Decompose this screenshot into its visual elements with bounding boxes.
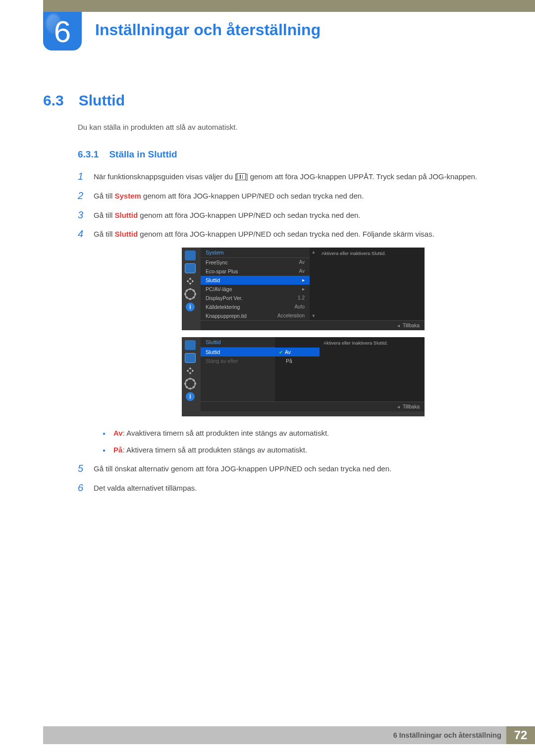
subsection-title: Ställa in Sluttid [109, 149, 177, 159]
osd-menu-header: Sluttid [201, 337, 275, 348]
osd-help-text: Aktivera eller inaktivera Sluttid. [318, 248, 425, 320]
monitor-icon [185, 251, 196, 260]
bullet-dot-icon: ● [103, 430, 106, 439]
page-number: 72 [506, 726, 535, 744]
step-number: 4 [78, 228, 85, 240]
picture-icon [185, 263, 196, 273]
bullet-text: På: Aktivera timern så att produkten stä… [113, 444, 307, 456]
osd-screenshot-1: i System FreeSyncAv Eco-spar PlusAv Slut… [182, 248, 495, 416]
step-item: 4 Gå till Sluttid genom att föra JOG-kna… [78, 228, 495, 241]
osd-row-selected: Sluttid▸ [201, 276, 310, 285]
menu-icon [237, 173, 246, 180]
osd-row: DisplayPort Ver.1.2 [201, 294, 310, 302]
section-title: Sluttid [79, 92, 125, 109]
bullet-text: Av: Avaktivera timern så att produkten i… [113, 427, 329, 439]
step-number: 6 [78, 482, 85, 494]
osd-option: På [275, 356, 320, 365]
osd-row-selected: Sluttid [201, 348, 275, 356]
step-text: Gå till System genom att föra JOG-knappe… [94, 190, 364, 202]
step-text: Det valda alternativet tillämpas. [94, 482, 197, 495]
info-icon: i [185, 302, 196, 312]
picture-icon [185, 353, 196, 363]
osd-footer: ◂Tillbaka [201, 320, 425, 330]
osd-submenu: ✔Av På [275, 337, 320, 402]
osd-sidebar: i [182, 251, 199, 312]
chapter-title: Inställningar och återställning [95, 21, 321, 39]
step-item: 1 När funktionsknappsguiden visas väljer… [78, 171, 495, 183]
nav-arrows-icon [185, 276, 196, 286]
section-intro: Du kan ställa in produkten att slå av au… [78, 123, 495, 131]
step-number: 2 [78, 190, 85, 202]
osd-row: Stäng av efter [201, 356, 275, 365]
step-number: 3 [78, 209, 85, 221]
gear-icon [185, 289, 196, 299]
step-text: Gå till Sluttid genom att föra JOG-knapp… [94, 209, 361, 222]
step-number: 5 [78, 463, 85, 474]
step-item: 5 Gå till önskat alternativ genom att fö… [78, 463, 495, 475]
step-text: Gå till Sluttid genom att föra JOG-knapp… [94, 228, 434, 241]
bullet-item: ● På: Aktivera timern så att produkten s… [103, 444, 495, 456]
info-icon: i [185, 392, 196, 402]
step-item: 2 Gå till System genom att föra JOG-knap… [78, 190, 495, 202]
step-item: 3 Gå till Sluttid genom att föra JOG-kna… [78, 209, 495, 222]
osd-help-text: Aktivera eller inaktivera Sluttid. [320, 337, 425, 402]
gear-icon [185, 379, 196, 389]
section-number: 6.3 [43, 92, 64, 109]
bullet-dot-icon: ● [103, 447, 106, 456]
osd-option-selected: ✔Av [275, 348, 320, 356]
osd-panel: i System FreeSyncAv Eco-spar PlusAv Slut… [182, 248, 425, 330]
osd-panel-2: i Sluttid Sluttid Stäng av efter ✔Av På … [182, 337, 425, 416]
osd-scrollbar: ▲▼ [310, 248, 318, 320]
step-list-cont: 5 Gå till önskat alternativ genom att fö… [78, 463, 495, 495]
bullet-list: ● Av: Avaktivera timern så att produkten… [103, 427, 495, 456]
osd-row: Eco-spar PlusAv [201, 267, 310, 276]
check-icon: ✔ [279, 350, 283, 355]
osd-row: PC/AV-läge▸ [201, 285, 310, 294]
step-number: 1 [78, 171, 85, 182]
osd-row: FreeSyncAv [201, 258, 310, 267]
osd-row: Knappupprepn.tidAcceleration [201, 311, 310, 320]
osd-sidebar: i [182, 340, 199, 402]
page-content: 6.3 Sluttid Du kan ställa in produkten a… [43, 92, 495, 502]
step-text: När funktionsknappsguiden visas väljer d… [94, 171, 477, 183]
bullet-item: ● Av: Avaktivera timern så att produkten… [103, 427, 495, 439]
top-accent-bar [43, 0, 535, 12]
osd-row: KälldetekteringAuto [201, 302, 310, 311]
osd-footer: ◂Tillbaka [201, 402, 425, 411]
monitor-icon [185, 340, 196, 350]
nav-arrows-icon [185, 366, 196, 376]
subsection-heading: 6.3.1 Ställa in Sluttid [78, 149, 495, 160]
page-footer: 6 Inställningar och återställning 72 [43, 726, 535, 744]
osd-menu: System FreeSyncAv Eco-spar PlusAv Slutti… [201, 248, 310, 320]
step-item: 6 Det valda alternativet tillämpas. [78, 482, 495, 495]
chapter-badge: 6 [43, 12, 82, 50]
step-text: Gå till önskat alternativ genom att föra… [94, 463, 391, 475]
step-list: 1 När funktionsknappsguiden visas väljer… [78, 171, 495, 241]
osd-menu-header: System [201, 248, 310, 258]
footer-chapter-text: 6 Inställningar och återställning [393, 731, 501, 739]
osd-menu: Sluttid Sluttid Stäng av efter [201, 337, 275, 402]
subsection-number: 6.3.1 [78, 149, 99, 159]
